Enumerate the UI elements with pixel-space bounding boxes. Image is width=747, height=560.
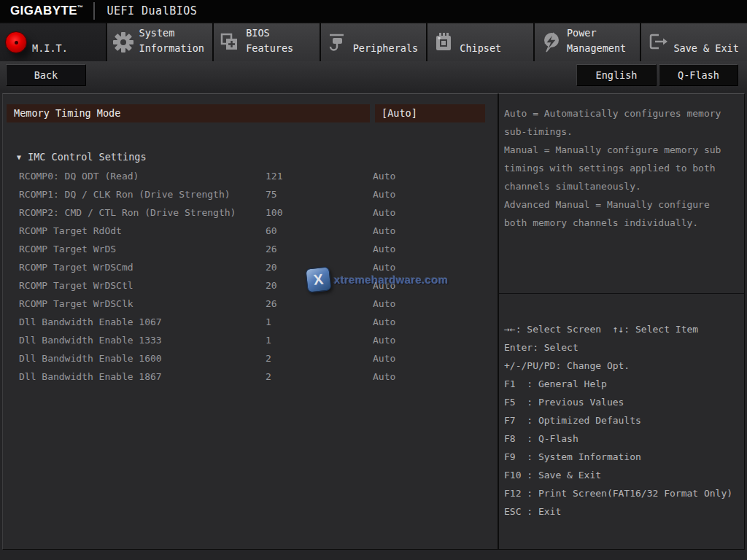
key-legend-line: F1 : General Help bbox=[504, 375, 743, 393]
setting-label: RCOMP Target WrDSCmd bbox=[19, 258, 266, 276]
setting-value: 121 bbox=[266, 167, 373, 185]
trademark-symbol: ™ bbox=[77, 4, 83, 11]
setting-value: 60 bbox=[266, 222, 373, 240]
setting-label: RCOMP Target WrDS bbox=[19, 240, 266, 258]
setting-row[interactable]: Dll Bandwidth Enable 13331Auto bbox=[3, 331, 498, 349]
settings-row-list: RCOMP0: DQ ODT (Read)121AutoRCOMP1: DQ /… bbox=[3, 167, 498, 386]
setting-mode: Auto bbox=[373, 368, 498, 386]
qflash-button[interactable]: Q-Flash bbox=[659, 64, 738, 86]
tab-label: System Information bbox=[139, 26, 209, 61]
setting-row[interactable]: RCOMP Target WrDSClk26Auto bbox=[3, 295, 498, 313]
uefi-bios-screen: GIGABYTE™ UEFI DualBIOS M.I.T.System Inf… bbox=[0, 0, 747, 560]
lightning-icon bbox=[535, 31, 567, 54]
tab-m-i-t[interactable]: M.I.T. bbox=[0, 23, 106, 61]
setting-value: 75 bbox=[266, 185, 373, 203]
selected-setting-label[interactable]: Memory Timing Mode bbox=[7, 104, 370, 122]
content-area: Memory Timing Mode [Auto] ▼IMC Control S… bbox=[0, 92, 747, 560]
tab-chipset[interactable]: Chipset bbox=[427, 23, 533, 61]
tab-label: Save & Exit bbox=[673, 41, 743, 61]
tab-label: M.I.T. bbox=[32, 41, 102, 61]
help-text-line: timings with settings applied to both bbox=[504, 159, 741, 177]
setting-row[interactable]: RCOMP0: DQ ODT (Read)121Auto bbox=[3, 167, 498, 185]
mit-disc-icon bbox=[0, 31, 32, 53]
setting-label: RCOMP Target RdOdt bbox=[19, 222, 266, 240]
key-legend-line: F5 : Previous Values bbox=[504, 393, 743, 411]
setting-value: 20 bbox=[266, 258, 373, 276]
setting-label: Dll Bandwidth Enable 1067 bbox=[19, 313, 266, 331]
setting-value: 1 bbox=[266, 313, 373, 331]
help-text-line: Manual = Manually configure memory sub bbox=[504, 141, 741, 159]
setting-label: RCOMP1: DQ / CLK Ron (Drive Strength) bbox=[19, 185, 266, 203]
setting-label: RCOMP0: DQ ODT (Read) bbox=[19, 167, 266, 185]
tab-label: Chipset bbox=[460, 41, 530, 61]
tab-system-information[interactable]: System Information bbox=[107, 23, 213, 61]
setting-label: RCOMP2: CMD / CTL Ron (Drive Strength) bbox=[19, 203, 266, 222]
selected-setting-row[interactable]: Memory Timing Mode [Auto] bbox=[7, 104, 485, 122]
setting-value: 20 bbox=[266, 276, 373, 295]
setting-label: Dll Bandwidth Enable 1600 bbox=[19, 349, 266, 368]
tab-power-management[interactable]: Power Management bbox=[535, 23, 640, 61]
setting-value: 100 bbox=[266, 203, 373, 222]
toolbar: Back English Q-Flash bbox=[0, 61, 747, 92]
setting-row[interactable]: RCOMP Target WrDSCtl20Auto bbox=[3, 276, 498, 295]
setting-value: 1 bbox=[266, 331, 373, 349]
gear-icon bbox=[107, 31, 139, 54]
setting-mode: Auto bbox=[373, 295, 498, 313]
key-legend-line: F9 : System Information bbox=[504, 448, 743, 466]
tab-label: Power Management bbox=[567, 26, 637, 61]
setting-row[interactable]: RCOMP Target RdOdt60Auto bbox=[3, 222, 498, 240]
help-text-line: both memory channels individually. bbox=[504, 214, 741, 232]
peripherals-icon bbox=[321, 31, 353, 53]
setting-mode: Auto bbox=[373, 240, 498, 258]
setting-label: RCOMP Target WrDSCtl bbox=[19, 276, 266, 295]
section-title: IMC Control Settings bbox=[28, 151, 147, 163]
setting-row[interactable]: Dll Bandwidth Enable 18672Auto bbox=[3, 368, 498, 386]
tab-save-exit[interactable]: Save & Exit bbox=[641, 23, 747, 61]
help-panel: Auto = Automatically configures memorysu… bbox=[498, 93, 745, 550]
setting-mode: Auto bbox=[373, 258, 498, 276]
setting-label: Dll Bandwidth Enable 1333 bbox=[19, 331, 266, 349]
tab-bios-features[interactable]: BIOS Features bbox=[214, 23, 320, 61]
setting-row[interactable]: Dll Bandwidth Enable 16002Auto bbox=[3, 349, 498, 368]
key-legend-line: F12 : Print Screen(FAT16/32 Format Only) bbox=[504, 484, 743, 502]
setting-value: 2 bbox=[266, 368, 373, 386]
gigabyte-logo: GIGABYTE™ bbox=[10, 4, 83, 18]
back-button[interactable]: Back bbox=[6, 64, 86, 86]
help-text-line: Advanced Manual = Manually configure bbox=[504, 195, 741, 214]
setting-value: 2 bbox=[266, 349, 373, 368]
setting-value: 26 bbox=[266, 240, 373, 258]
collapse-triangle-icon: ▼ bbox=[17, 153, 21, 161]
chip-plus-icon bbox=[214, 32, 246, 52]
key-legend: →←: Select Screen ↑↓: Select ItemEnter: … bbox=[499, 294, 744, 521]
setting-mode: Auto bbox=[373, 222, 498, 240]
tab-peripherals[interactable]: Peripherals bbox=[321, 23, 427, 61]
setting-label: Dll Bandwidth Enable 1867 bbox=[19, 368, 266, 386]
exit-door-icon bbox=[641, 31, 673, 53]
setting-row[interactable]: RCOMP Target WrDS26Auto bbox=[3, 240, 498, 258]
setting-row[interactable]: RCOMP Target WrDSCmd20Auto bbox=[3, 258, 498, 276]
setting-row[interactable]: Dll Bandwidth Enable 10671Auto bbox=[3, 313, 498, 331]
selected-setting-value[interactable]: [Auto] bbox=[375, 104, 485, 122]
key-legend-line: ESC : Exit bbox=[504, 502, 743, 521]
item-help-text: Auto = Automatically configures memorysu… bbox=[499, 94, 744, 294]
chipset-icon bbox=[427, 32, 460, 52]
language-button[interactable]: English bbox=[576, 64, 657, 86]
tab-label: Peripherals bbox=[353, 41, 423, 61]
top-bar: GIGABYTE™ UEFI DualBIOS bbox=[0, 0, 747, 22]
setting-mode: Auto bbox=[373, 313, 498, 331]
section-header-imc[interactable]: ▼IMC Control Settings bbox=[3, 148, 147, 166]
key-legend-line: F8 : Q-Flash bbox=[504, 429, 743, 448]
setting-mode: Auto bbox=[373, 349, 498, 368]
key-legend-line: F7 : Optimized Defaults bbox=[504, 411, 743, 429]
help-text-line: channels simultaneously. bbox=[504, 177, 741, 195]
setting-label: RCOMP Target WrDSClk bbox=[19, 295, 266, 313]
menu-tab-bar: M.I.T.System InformationBIOS FeaturesPer… bbox=[0, 22, 747, 61]
help-text-line: Auto = Automatically configures memory bbox=[504, 104, 741, 122]
setting-row[interactable]: RCOMP2: CMD / CTL Ron (Drive Strength)10… bbox=[3, 203, 498, 222]
setting-row[interactable]: RCOMP1: DQ / CLK Ron (Drive Strength)75A… bbox=[3, 185, 498, 203]
tab-label: BIOS Features bbox=[246, 26, 316, 61]
setting-mode: Auto bbox=[373, 203, 498, 222]
key-legend-line: Enter: Select bbox=[504, 338, 743, 357]
setting-value: 26 bbox=[266, 295, 373, 313]
setting-mode: Auto bbox=[373, 185, 498, 203]
